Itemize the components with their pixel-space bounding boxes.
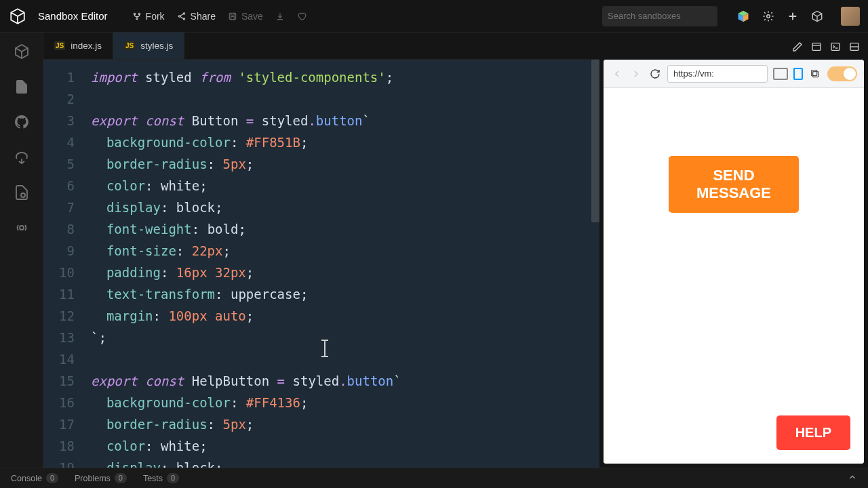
config-icon[interactable]	[14, 184, 30, 203]
deploy-icon[interactable]	[14, 149, 30, 168]
github-icon[interactable]	[14, 114, 30, 133]
chevron-up-icon[interactable]	[848, 472, 857, 484]
back-button[interactable]	[610, 67, 624, 81]
pencil-icon[interactable]	[792, 41, 803, 55]
tests-tab[interactable]: Tests 0	[143, 473, 179, 483]
bottom-panel-tabs: Console 0 Problems 0 Tests 0	[0, 468, 868, 488]
layout-icon[interactable]	[849, 41, 860, 55]
js-file-icon: JS	[54, 41, 65, 50]
reload-button[interactable]	[648, 67, 662, 81]
svg-point-2	[136, 18, 137, 19]
desktop-viewport-button[interactable]	[773, 68, 788, 80]
svg-point-5	[183, 18, 184, 19]
like-button[interactable]	[297, 12, 307, 21]
svg-point-9	[767, 14, 770, 18]
forward-button[interactable]	[629, 67, 643, 81]
topbar: Sandbox Editor Fork Share Save	[0, 0, 868, 33]
auto-reload-toggle[interactable]	[827, 66, 857, 81]
gear-icon[interactable]	[762, 10, 774, 22]
browser-bar: https://vm:	[604, 60, 864, 88]
editor-tabs: JS index.js JS styles.js	[43, 33, 599, 60]
help-button[interactable]: HELP	[776, 415, 850, 450]
svg-point-11	[20, 226, 24, 230]
tab-index-js[interactable]: JS index.js	[43, 33, 113, 59]
fork-button[interactable]: Fork	[132, 11, 165, 22]
terminal-icon[interactable]	[830, 41, 841, 55]
activity-bar	[0, 33, 43, 468]
js-file-icon: JS	[124, 41, 135, 50]
scrollbar[interactable]	[591, 60, 599, 468]
preview-panel: https://vm: SEND MESSAGE HELP	[604, 60, 864, 464]
open-external-button[interactable]	[808, 67, 822, 81]
tab-styles-js[interactable]: JS styles.js	[113, 33, 184, 59]
save-button[interactable]: Save	[228, 11, 263, 22]
svg-point-3	[183, 12, 184, 14]
live-icon[interactable]	[14, 220, 30, 239]
share-button[interactable]: Share	[177, 11, 216, 22]
tablet-viewport-button[interactable]	[793, 68, 803, 80]
console-tab[interactable]: Console 0	[11, 473, 58, 483]
svg-point-10	[21, 193, 25, 197]
text-cursor-icon	[324, 340, 326, 357]
preview-body: SEND MESSAGE HELP	[604, 88, 864, 464]
code-editor[interactable]: 1import styled from 'styled-components';…	[43, 60, 599, 468]
search-input[interactable]	[602, 6, 717, 26]
svg-rect-15	[813, 71, 818, 77]
window-icon[interactable]	[811, 41, 822, 55]
explorer-icon[interactable]	[14, 79, 30, 98]
svg-rect-16	[812, 70, 817, 75]
url-field[interactable]: https://vm:	[667, 65, 768, 83]
cube-icon[interactable]	[811, 10, 823, 22]
svg-rect-13	[831, 43, 840, 51]
preview-toolbar	[604, 37, 864, 60]
svg-rect-7	[231, 16, 235, 19]
send-message-button[interactable]: SEND MESSAGE	[669, 156, 799, 213]
svg-rect-12	[812, 43, 821, 51]
problems-tab[interactable]: Problems 0	[75, 473, 127, 483]
svg-point-1	[138, 13, 140, 14]
plus-icon[interactable]	[787, 10, 799, 22]
app-title: Sandbox Editor	[38, 10, 108, 22]
svg-point-0	[134, 13, 135, 14]
cube-colored-icon[interactable]	[736, 9, 750, 23]
download-button[interactable]	[275, 12, 285, 21]
svg-point-4	[178, 15, 180, 16]
sandbox-info-icon[interactable]	[14, 43, 30, 62]
avatar[interactable]	[841, 7, 860, 26]
logo-icon[interactable]	[8, 7, 27, 26]
